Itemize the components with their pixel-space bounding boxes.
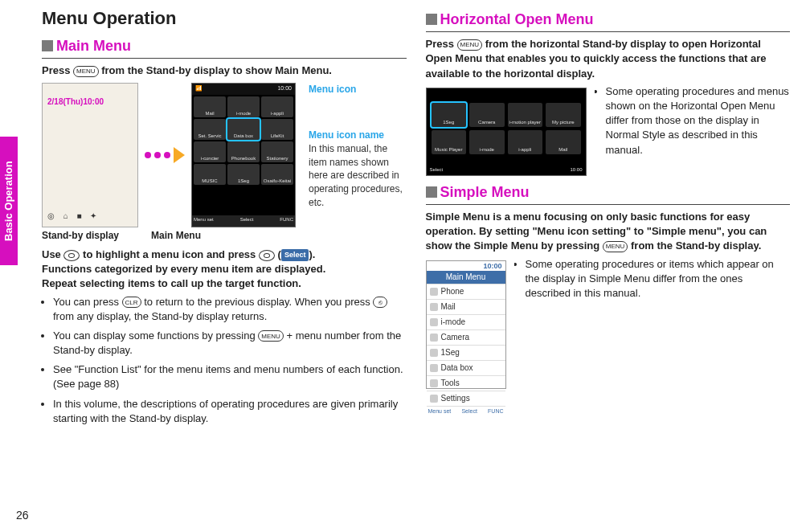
list-item: Some operating procedures and menus show…	[606, 84, 791, 158]
simple-title: Main Menu	[427, 271, 505, 284]
figure-annotations: Menu icon Menu icon name In this manual,…	[309, 83, 407, 210]
hori-icon-selected: 1Seg	[432, 103, 467, 127]
imode-icon	[430, 318, 438, 326]
menu-icon: LifeKit	[261, 119, 293, 140]
menu-icon-selected: Data box	[227, 119, 260, 140]
simple-softkeys: Menu set Select FUNC	[427, 406, 505, 416]
softkey-left: Menu set	[428, 407, 452, 415]
menu-icon: Set. Servic	[194, 119, 226, 140]
text: from any display, the Stand-by display r…	[53, 310, 267, 322]
list-item: You can display some functions by pressi…	[53, 329, 407, 358]
hori-icon: i-appli	[508, 130, 543, 154]
transition-arrow-icon	[145, 147, 185, 163]
text: to return to the previous display. When …	[144, 296, 373, 308]
horizontal-notes: Some operating procedures and menus show…	[595, 84, 791, 162]
text: from the Stand-by display.	[631, 239, 761, 252]
main-menu-softkeys: Menu set Select FUNC	[192, 215, 295, 227]
standby-date: 2/18(Thu)10:00	[47, 96, 104, 108]
hori-time: 10:00	[570, 166, 582, 173]
simple-figure-wrap: 10:00 Main Menu Phone Mail i-mode Camera…	[426, 260, 506, 389]
text: Settings	[441, 393, 470, 404]
list-item: You can press CLR to return to the previ…	[53, 295, 407, 324]
main-menu-time: 10:00	[277, 84, 292, 94]
text: Functions categorized by every menu item…	[42, 263, 325, 275]
hori-icon: Camera	[469, 103, 505, 127]
list-item: Some operating procedures or items which…	[526, 257, 791, 301]
simple-item: Settings	[427, 391, 505, 406]
clr-key-icon: CLR	[122, 297, 141, 308]
annotation-menu-icon: Menu icon	[309, 83, 407, 96]
section-simple-menu-label: Simple Menu	[440, 184, 530, 200]
simple-item: Mail	[427, 299, 505, 314]
text: You can display some functions by pressi…	[53, 329, 258, 342]
page-number: 26	[16, 508, 29, 524]
menu-icon: MUSIC	[194, 164, 226, 185]
section-horizontal-menu-label: Horizontal Open Menu	[440, 11, 594, 27]
text: ).	[309, 248, 315, 260]
text: Use	[42, 248, 63, 260]
text: Press	[42, 64, 73, 76]
use-instruction: Use to highlight a menu icon and press (…	[42, 248, 407, 292]
menu-key-icon: MENU	[603, 241, 628, 252]
softkey-right: FUNC	[488, 407, 503, 415]
simple-item: Phone	[427, 284, 505, 299]
left-column: Menu Operation Main Menu Press MENU from…	[42, 6, 407, 524]
hori-softkey-left: Select	[430, 166, 444, 173]
annotation-body: In this manual, the item names shown her…	[309, 143, 403, 208]
text: to highlight a menu icon and press	[83, 248, 259, 260]
softkey-center: Select	[240, 216, 254, 226]
section-simple-menu: Simple Menu	[426, 182, 791, 205]
annotation-title: Menu icon name	[309, 129, 384, 141]
section-main-menu: Main Menu	[42, 36, 407, 59]
menu-key-icon: MENU	[73, 66, 99, 77]
simple-item: Tools	[427, 375, 505, 391]
hori-icon: i-motion player	[508, 103, 543, 127]
text: Repeat selecting items to call up the ta…	[42, 277, 301, 289]
menu-icon: Mail	[194, 96, 226, 117]
caption-main-menu: Main Menu	[151, 229, 201, 243]
simple-menu-figure: 10:00 Main Menu Phone Mail i-mode Camera…	[426, 260, 506, 389]
simple-item: Camera	[427, 329, 505, 345]
annotation-menu-icon-name: Menu icon name In this manual, the item …	[309, 129, 407, 210]
section-marker-icon	[42, 40, 53, 51]
simple-item: i-mode	[427, 314, 505, 329]
section-main-menu-label: Main Menu	[56, 38, 131, 54]
select-chip: Select	[281, 249, 309, 261]
menu-icon: Stationery	[261, 141, 293, 162]
simple-time: 10:00	[427, 261, 505, 272]
menu-icon: Osaifu-Keitai	[261, 164, 293, 185]
text: Press	[426, 38, 457, 50]
hori-icon: Music Player	[432, 130, 467, 154]
center-key-icon	[259, 250, 275, 261]
menu-icon: i-concier	[194, 141, 226, 162]
menu-icon: i-appli	[261, 96, 293, 117]
main-menu-figure-wrap: 📶10:00 Mail i-mode i-appli Set. Servic D…	[191, 83, 296, 227]
right-column: Horizontal Open Menu Press MENU from the…	[426, 6, 791, 524]
annotation-title: Menu icon	[309, 84, 356, 95]
menu-icon: 1Seg	[227, 164, 260, 185]
main-menu-statusbar: 📶10:00	[192, 84, 295, 95]
text: from the Stand-by display to show Main M…	[101, 64, 332, 76]
text: i-mode	[441, 317, 466, 328]
standby-bottom-icons: ◎ ⌂ ■ ✦	[47, 211, 100, 222]
standby-figure-wrap: 2/18(Thu)10:00 ◎ ⌂ ■ ✦	[42, 83, 138, 227]
camera-icon	[430, 334, 438, 342]
mail-icon	[430, 303, 438, 311]
text: Camera	[441, 332, 470, 343]
horizontal-figure-wrap: 1Seg Camera i-motion player My picture M…	[426, 88, 587, 176]
text: Tools	[441, 378, 460, 389]
sidebar: Basic Operation 26	[0, 0, 34, 532]
nav-key-icon	[63, 250, 80, 261]
end-key-icon: ⎋	[373, 297, 387, 308]
page-content: Menu Operation Main Menu Press MENU from…	[34, 0, 806, 532]
section-horizontal-menu: Horizontal Open Menu	[426, 10, 791, 32]
phone-icon	[430, 288, 438, 296]
figures-row: 2/18(Thu)10:00 ◎ ⌂ ■ ✦ 📶10:00 Mail i-mod…	[42, 83, 407, 227]
text: Mail	[441, 301, 456, 313]
softkey-left: Menu set	[194, 216, 214, 226]
simple-row: 10:00 Main Menu Phone Mail i-mode Camera…	[426, 257, 791, 392]
simple-notes: Some operating procedures or items which…	[514, 257, 791, 306]
softkey-right: FUNC	[280, 216, 293, 226]
horizontal-menu-figure: 1Seg Camera i-motion player My picture M…	[426, 88, 587, 176]
tv-icon	[430, 349, 438, 357]
